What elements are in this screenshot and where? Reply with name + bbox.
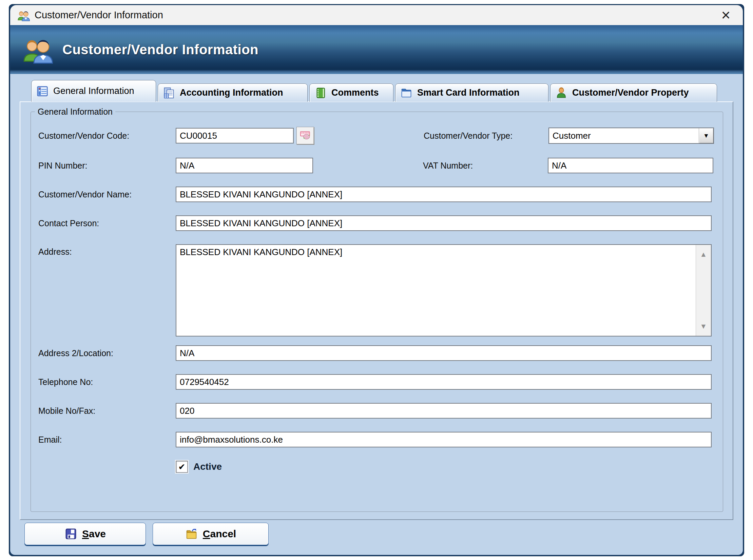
email-field[interactable] (176, 432, 712, 447)
checkmark-icon: ✔ (178, 462, 186, 472)
contact-input[interactable] (176, 215, 712, 231)
tab-label: Accounting Information (180, 88, 283, 98)
address-textarea[interactable]: BLESSED KIVANI KANGUNDO [ANNEX] (176, 245, 696, 336)
close-icon[interactable]: × (715, 6, 737, 24)
name-input[interactable] (176, 187, 712, 202)
people-icon (17, 9, 30, 22)
save-button[interactable]: Save (24, 523, 146, 545)
row-mobile: Mobile No/Fax: (38, 403, 714, 419)
row-code-type: Customer/Vendor Code: (38, 127, 714, 144)
generate-code-button[interactable] (296, 127, 314, 144)
address-scrollbar[interactable]: ▲ ▼ (696, 245, 711, 336)
active-checkbox[interactable]: ✔ (176, 461, 188, 473)
telephone-input[interactable] (176, 374, 712, 390)
keyboard-hand-icon (300, 129, 311, 142)
header-banner: Customer/Vendor Information (10, 25, 743, 74)
tab-page-general: General Information Customer/Vendor Code… (20, 101, 733, 520)
notebook-icon (314, 87, 327, 99)
address2-label: Address 2/Location: (38, 348, 176, 358)
address-textarea-wrap: BLESSED KIVANI KANGUNDO [ANNEX] ▲ ▼ (176, 244, 712, 336)
row-address: Address: BLESSED KIVANI KANGUNDO [ANNEX]… (38, 244, 714, 336)
address-label: Address: (38, 244, 176, 257)
tab-smart-card-information[interactable]: Smart Card Information (395, 83, 548, 102)
tab-accounting-information[interactable]: Accounting Information (158, 83, 308, 102)
window-title: Customer/Vendor Information (35, 9, 163, 21)
type-label: Customer/Vendor Type: (424, 131, 548, 141)
titlebar: Customer/Vendor Information × (10, 5, 743, 25)
cancel-button-label: Cancel (203, 528, 236, 540)
scroll-up-icon[interactable]: ▲ (696, 247, 711, 262)
type-dropdown[interactable]: Customer ▼ (548, 128, 714, 144)
vat-label: VAT Number: (423, 161, 548, 171)
scroll-down-icon[interactable]: ▼ (696, 319, 711, 334)
code-label: Customer/Vendor Code: (38, 131, 176, 141)
table-icon (36, 85, 49, 97)
row-address2: Address 2/Location: (38, 345, 714, 361)
tab-customer-vendor-property[interactable]: Customer/Vendor Property (550, 83, 717, 102)
people-icon-large (22, 34, 53, 65)
mobile-label: Mobile No/Fax: (38, 406, 176, 416)
folder-arrow-icon (185, 527, 198, 540)
active-checkbox-label[interactable]: Active (193, 461, 222, 472)
type-dropdown-value: Customer (549, 128, 699, 143)
row-contact: Contact Person: (38, 215, 714, 231)
vat-input[interactable] (548, 158, 713, 173)
button-row: Save Cancel (24, 523, 269, 545)
row-name: Customer/Vendor Name: (38, 187, 714, 202)
dialog-content: General Information Accounting Inf (10, 74, 743, 555)
page-title: Customer/Vendor Information (62, 42, 258, 57)
save-button-label: Save (82, 528, 106, 540)
folder-icon (400, 87, 412, 99)
telephone-label: Telephone No: (38, 377, 176, 387)
contact-label: Contact Person: (38, 218, 176, 228)
tab-strip: General Information Accounting Inf (31, 80, 717, 102)
row-telephone: Telephone No: (38, 374, 714, 390)
tab-label: Comments (331, 88, 379, 98)
row-email: Email: (38, 432, 714, 447)
groupbox-legend: General Information (35, 107, 115, 117)
code-input[interactable] (176, 128, 294, 143)
tab-label: General Information (53, 86, 134, 96)
row-active: ✔ Active (176, 461, 714, 473)
pin-input[interactable] (176, 158, 313, 173)
email-label: Email: (38, 435, 176, 445)
mobile-input[interactable] (176, 403, 712, 419)
chevron-down-icon[interactable]: ▼ (699, 128, 713, 143)
cancel-button[interactable]: Cancel (153, 523, 269, 545)
form-area: Customer/Vendor Code: (31, 117, 723, 473)
tab-label: Customer/Vendor Property (572, 88, 689, 98)
documents-icon (163, 87, 175, 99)
floppy-disk-icon (64, 527, 77, 540)
pin-label: PIN Number: (38, 161, 176, 171)
name-label: Customer/Vendor Name: (38, 190, 176, 199)
dialog-window: Customer/Vendor Information × Customer/V… (9, 4, 744, 556)
tab-comments[interactable]: Comments (309, 83, 393, 102)
tab-general-information[interactable]: General Information (31, 80, 156, 102)
address2-input[interactable] (176, 345, 712, 361)
row-pin-vat: PIN Number: VAT Number: (38, 158, 714, 173)
general-information-groupbox: General Information Customer/Vendor Code… (31, 107, 723, 512)
person-icon (555, 87, 567, 99)
tab-label: Smart Card Information (417, 88, 520, 98)
